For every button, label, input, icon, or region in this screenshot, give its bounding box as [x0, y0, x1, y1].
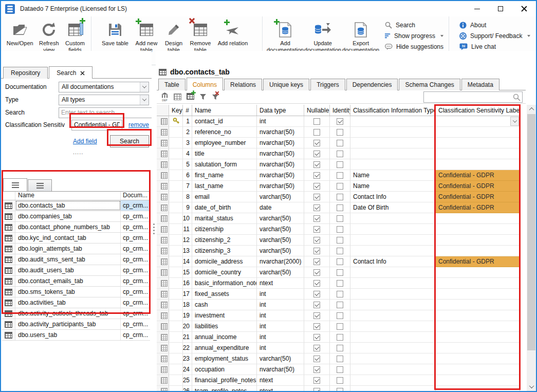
classification-sensitivity-cell[interactable]	[436, 321, 520, 332]
row-indicator[interactable]	[157, 289, 169, 300]
nullable-checkbox[interactable]	[313, 194, 320, 200]
identity-checkbox[interactable]	[337, 334, 343, 341]
column-name-cell[interactable]: marital_status	[192, 213, 257, 224]
data-type-cell[interactable]: nvarchar(50)	[257, 159, 304, 170]
nullable-checkbox[interactable]	[313, 302, 320, 308]
identity-checkbox[interactable]	[337, 161, 343, 168]
data-type-cell[interactable]: ntext	[257, 375, 304, 386]
identity-checkbox[interactable]	[337, 323, 343, 330]
nullable-cell[interactable]	[304, 138, 330, 148]
identity-cell[interactable]	[330, 267, 350, 278]
table-row[interactable]: 2 reference_no nvarchar(50)	[157, 127, 527, 138]
identity-checkbox[interactable]	[337, 388, 343, 391]
classification-sensitivity-cell[interactable]	[436, 116, 520, 127]
identity-cell[interactable]	[330, 278, 350, 289]
data-type-cell[interactable]: int	[257, 310, 304, 321]
classification-info-type-cell[interactable]	[350, 127, 436, 138]
column-name-cell[interactable]: financial_profile_notes	[192, 375, 257, 386]
tab-table[interactable]: Table	[158, 79, 186, 90]
identity-checkbox[interactable]	[337, 183, 343, 190]
identity-cell[interactable]	[330, 202, 350, 213]
list-item-name[interactable]: dbo.users_tab	[15, 330, 121, 340]
nullable-cell[interactable]	[304, 353, 330, 364]
nullable-cell[interactable]	[304, 246, 330, 256]
row-indicator[interactable]	[157, 332, 169, 343]
data-type-cell[interactable]: nvarchar(50)	[257, 364, 304, 375]
list-item-documentation[interactable]: cp_crm...	[121, 297, 150, 308]
design-table-button[interactable]: Design table	[161, 18, 186, 53]
data-type-cell[interactable]: nvarchar(50)	[257, 170, 304, 181]
nullable-checkbox[interactable]	[313, 356, 320, 362]
nullable-checkbox[interactable]	[313, 151, 320, 157]
sidebar-search-button[interactable]: Search	[110, 135, 149, 147]
identity-checkbox[interactable]	[337, 302, 343, 308]
support-feedback-button[interactable]: Support/ Feedback	[459, 32, 531, 40]
nullable-cell[interactable]	[304, 116, 330, 127]
cell-dropdown-button[interactable]	[510, 117, 519, 126]
identity-checkbox[interactable]	[337, 194, 343, 200]
column-name-cell[interactable]: employee_number	[192, 138, 257, 148]
data-type-cell[interactable]: int	[257, 300, 304, 310]
identity-cell[interactable]	[330, 310, 350, 321]
list-item[interactable]: dbo.kyc_ind_contact_tab cp_crm...	[2, 233, 150, 244]
list-item-name[interactable]: dbo.activity_participants_tab	[15, 319, 121, 329]
list-header-name[interactable]: Name	[15, 192, 121, 200]
nullable-checkbox[interactable]	[313, 140, 320, 146]
table-row[interactable]: 20 liabilities int	[157, 321, 527, 332]
classification-sensitivity-cell[interactable]	[436, 332, 520, 343]
list-item-name[interactable]: dbo.audit_users_tab	[15, 265, 121, 275]
table-row[interactable]: 8 email varchar(50) Contact Info Confide…	[157, 192, 527, 202]
identity-checkbox[interactable]	[337, 215, 343, 222]
identity-cell[interactable]	[330, 289, 350, 300]
scroll-up-button[interactable]	[527, 105, 536, 114]
maximize-button[interactable]	[489, 1, 512, 16]
row-indicator[interactable]	[157, 343, 169, 353]
vertical-scrollbar[interactable]	[527, 105, 536, 391]
identity-cell[interactable]	[330, 148, 350, 159]
identity-checkbox[interactable]	[337, 366, 343, 373]
list-item-documentation[interactable]: cp_crm...	[121, 200, 150, 211]
table-row[interactable]: 14 domicile_address nvarchar(2000) Conta…	[157, 256, 527, 267]
remove-field-link[interactable]: remove	[128, 121, 149, 128]
add-relation-button[interactable]: Add relation	[215, 18, 251, 47]
data-type-cell[interactable]: int	[257, 289, 304, 300]
list-item-name[interactable]: dbo.contact_emails_tab	[15, 276, 121, 286]
nullable-cell[interactable]	[304, 289, 330, 300]
classification-sensitivity-cell[interactable]	[436, 343, 520, 353]
classification-sensitivity-cell[interactable]	[436, 364, 520, 375]
table-row[interactable]: 26 tcam_profile_notes ntext	[157, 386, 527, 391]
identity-checkbox[interactable]	[337, 258, 343, 265]
list-item-documentation[interactable]: cp_crm...	[121, 319, 150, 329]
classification-sensitivity-cell[interactable]	[436, 310, 520, 321]
data-type-cell[interactable]: nvarchar(50)	[257, 148, 304, 159]
classification-info-type-cell[interactable]: Date Of Birth	[350, 202, 436, 213]
identity-cell[interactable]	[330, 116, 350, 127]
column-name-cell[interactable]: basic_information_notes	[192, 278, 257, 289]
classification-info-type-cell[interactable]	[350, 343, 436, 353]
list-item-documentation[interactable]: cp_crm...	[121, 233, 150, 243]
identity-cell[interactable]	[330, 343, 350, 353]
row-indicator[interactable]	[157, 159, 169, 170]
nullable-checkbox[interactable]	[313, 366, 320, 373]
table-row[interactable]: 11 citizenship varchar(50)	[157, 224, 527, 235]
classification-info-type-cell[interactable]	[350, 310, 436, 321]
identity-checkbox[interactable]	[337, 118, 343, 125]
row-indicator[interactable]	[157, 181, 169, 192]
show-progress-button[interactable]: Show progress	[385, 32, 443, 40]
custom-fields-button[interactable]: Custom fields	[62, 18, 88, 53]
classification-sensitivity-input[interactable]	[71, 120, 122, 130]
table-row[interactable]: 21 annual_income int	[157, 332, 527, 343]
scrollbar-thumb[interactable]	[527, 114, 535, 350]
list-item-name[interactable]: dbo.login_attempts_tab	[15, 244, 121, 254]
nullable-cell[interactable]	[304, 386, 330, 391]
nullable-cell[interactable]	[304, 332, 330, 343]
nullable-cell[interactable]	[304, 181, 330, 192]
identity-cell[interactable]	[330, 364, 350, 375]
data-type-cell[interactable]: varchar(50)	[257, 353, 304, 364]
list-item-documentation[interactable]: cp_crm...	[121, 222, 150, 232]
list-item-documentation[interactable]: cp_crm...	[121, 308, 150, 319]
row-indicator[interactable]	[157, 267, 169, 278]
row-indicator[interactable]	[157, 278, 169, 289]
nullable-cell[interactable]	[304, 127, 330, 138]
list-item[interactable]: dbo.audit_users_tab cp_crm...	[2, 265, 150, 276]
